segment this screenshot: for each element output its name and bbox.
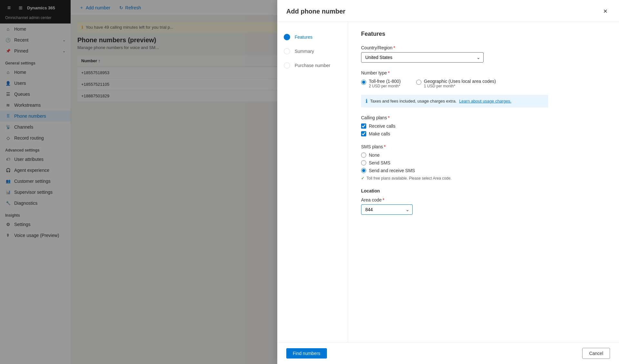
country-region-required: * (393, 45, 395, 50)
number-type-required: * (388, 70, 389, 75)
dialog-footer: Find numbers Cancel (277, 342, 619, 364)
area-code-field: Area code * 844 ⌄ (361, 197, 606, 215)
sms-warning: ✓ Toll free plans available. Please sele… (361, 176, 606, 181)
sms-send-receive-option[interactable]: Send and receive SMS (361, 168, 606, 173)
receive-calls-checkbox[interactable] (361, 123, 366, 129)
sms-plans-label: SMS plans * (361, 144, 606, 149)
sms-options: None Send SMS Send and receive SMS (361, 152, 606, 173)
number-type-label: Number type * (361, 70, 606, 75)
dialog-body: Features Summary Purchase number Feature… (277, 22, 619, 342)
dialog-header: Add phone number × (277, 0, 619, 22)
step-purchase-label: Purchase number (295, 63, 330, 68)
receive-calls-option[interactable]: Receive calls (361, 123, 606, 129)
location-label: Location (361, 188, 606, 193)
sms-check-icon: ✓ (361, 176, 365, 181)
sms-none-option[interactable]: None (361, 152, 606, 158)
step-summary-circle (284, 48, 290, 54)
info-box: ℹ Taxes and fees included, usage charges… (361, 95, 548, 107)
info-message: Taxes and fees included, usage charges e… (370, 99, 457, 103)
make-calls-label: Make calls (369, 131, 390, 136)
toll-free-option[interactable]: Toll-free (1-800) 2 USD per month* (361, 79, 401, 88)
toll-free-sublabel: 2 USD per month* (369, 84, 401, 88)
info-box-icon: ℹ (366, 98, 368, 104)
area-code-select-wrapper: 844 ⌄ (361, 204, 413, 215)
step-purchase-number[interactable]: Purchase number (284, 59, 341, 72)
toll-free-label: Toll-free (1-800) (369, 79, 401, 84)
step-features-label: Features (295, 34, 312, 40)
calling-plans-field: Calling plans * Receive calls Make calls (361, 115, 606, 136)
find-numbers-button[interactable]: Find numbers (286, 348, 327, 359)
sms-none-label: None (369, 152, 379, 158)
sms-send-radio[interactable] (361, 160, 366, 165)
step-summary-label: Summary (295, 49, 314, 54)
calling-plans-required: * (388, 115, 389, 120)
geographic-label: Geographic (Uses local area codes) (424, 79, 496, 84)
calling-plans-label: Calling plans * (361, 115, 606, 120)
form-section-title: Features (361, 31, 606, 37)
sms-send-label: Send SMS (369, 160, 390, 165)
number-type-field: Number type * Toll-free (1-800) 2 USD pe… (361, 70, 606, 88)
number-type-options: Toll-free (1-800) 2 USD per month* Geogr… (361, 79, 606, 88)
geographic-sublabel: 1 USD per month* (424, 84, 496, 88)
steps-sidebar: Features Summary Purchase number (277, 22, 348, 342)
country-region-select[interactable]: United States (361, 52, 484, 63)
country-region-field: Country/Region * United States ⌄ (361, 45, 606, 63)
area-code-required: * (383, 197, 384, 202)
sms-send-receive-label: Send and receive SMS (369, 168, 415, 173)
step-features-circle (284, 34, 290, 40)
form-content: Features Country/Region * United States … (348, 22, 619, 342)
area-code-select[interactable]: 844 (361, 204, 413, 215)
sms-send-option[interactable]: Send SMS (361, 160, 606, 165)
area-code-label: Area code * (361, 197, 606, 202)
toll-free-radio[interactable] (361, 80, 366, 85)
dialog-title: Add phone number (286, 8, 345, 15)
step-purchase-circle (284, 62, 290, 69)
receive-calls-label: Receive calls (369, 123, 395, 129)
sms-send-receive-radio[interactable] (361, 168, 366, 173)
info-link[interactable]: Learn about usage charges. (459, 99, 511, 103)
dialog-panel: Add phone number × Features Summary Purc… (277, 0, 619, 364)
dialog-close-button[interactable]: × (601, 6, 610, 16)
calling-options: Receive calls Make calls (361, 123, 606, 136)
sms-none-radio[interactable] (361, 152, 366, 158)
sms-plans-field: SMS plans * None Send SMS Send and recei… (361, 144, 606, 181)
location-field: Location Area code * 844 ⌄ (361, 188, 606, 215)
make-calls-checkbox[interactable] (361, 131, 366, 136)
make-calls-option[interactable]: Make calls (361, 131, 606, 136)
sms-plans-required: * (384, 144, 386, 149)
step-features[interactable]: Features (284, 31, 341, 44)
geographic-radio[interactable] (416, 80, 421, 85)
step-summary[interactable]: Summary (284, 45, 341, 58)
country-region-select-wrapper: United States ⌄ (361, 52, 484, 63)
cancel-button[interactable]: Cancel (582, 348, 610, 359)
country-region-label: Country/Region * (361, 45, 606, 50)
geographic-option[interactable]: Geographic (Uses local area codes) 1 USD… (416, 79, 496, 88)
